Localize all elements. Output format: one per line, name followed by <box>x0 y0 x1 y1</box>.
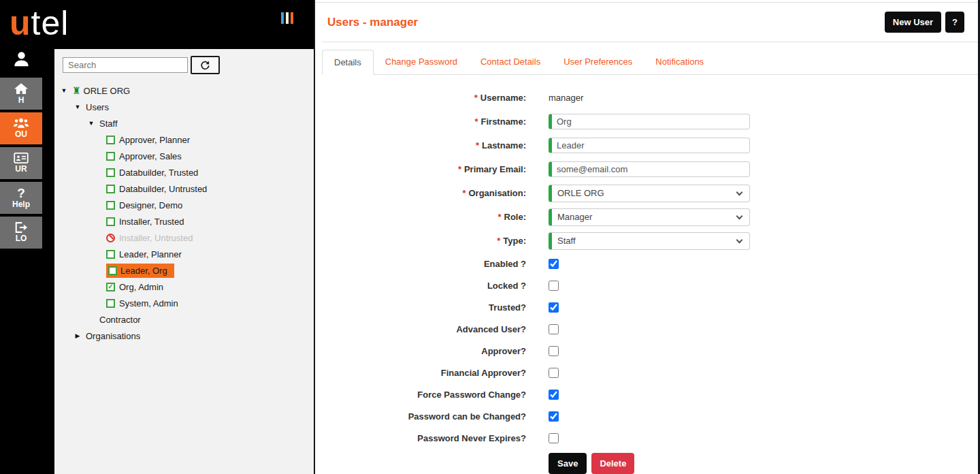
org-tree: ▼ ♜ ORLE ORG ▼ Users ▼ Staff Approver, P… <box>54 82 314 344</box>
rail-item-help[interactable]: ? Help <box>0 182 42 214</box>
profile-person-icon[interactable] <box>12 49 31 69</box>
force-password-change-checkbox[interactable] <box>549 390 559 400</box>
form-row-primary-email: *Primary Email: <box>322 157 978 181</box>
rail-item-label: UR <box>15 164 27 174</box>
expanded-arrow-icon[interactable]: ▼ <box>74 104 82 110</box>
type-select[interactable]: Staff <box>549 232 750 250</box>
rail-item-label: OU <box>15 129 27 139</box>
tree-checkbox-icon[interactable] <box>106 168 115 177</box>
tree-item-user[interactable]: ✓ Org, Admin <box>54 279 314 295</box>
tree-checkbox-icon[interactable] <box>106 250 115 259</box>
field-label: Firstname: <box>481 116 526 127</box>
approver-checkbox[interactable] <box>549 346 559 356</box>
tree-checkbox-checked-icon[interactable]: ✓ <box>106 283 115 291</box>
required-marker: * <box>458 164 461 174</box>
field-label: Primary Email: <box>464 164 526 174</box>
enabled-checkbox[interactable] <box>549 259 559 269</box>
role-select[interactable]: Manager <box>549 208 750 226</box>
tree-item-user-disabled[interactable]: Installer, Untrusted <box>54 230 314 246</box>
primary-email-field[interactable] <box>549 161 750 177</box>
no-entry-icon <box>106 234 115 242</box>
form-row-financial-approver: Financial Approver? <box>322 362 978 383</box>
tree-checkbox-icon[interactable] <box>106 299 115 308</box>
tree-checkbox-icon[interactable] <box>106 185 115 193</box>
tab-notifications[interactable]: Notifications <box>644 50 715 74</box>
tree-item-users[interactable]: ▼ Users <box>54 99 314 115</box>
tree-item-organisations[interactable]: ▶ Organisations <box>54 328 314 344</box>
tree-panel: ▼ ♜ ORLE ORG ▼ Users ▼ Staff Approver, P… <box>54 49 314 474</box>
tree-item-label: Leader, Org <box>120 266 167 276</box>
field-label: Force Password Change? <box>322 390 526 400</box>
tree-item-label: Staff <box>99 118 118 129</box>
field-label: Advanced User? <box>322 324 526 334</box>
lastname-field[interactable] <box>549 138 750 153</box>
password-never-expires-checkbox[interactable] <box>549 433 559 443</box>
tab-details[interactable]: Details <box>322 50 374 75</box>
save-button[interactable]: Save <box>549 453 587 474</box>
toggle-bar-white <box>286 12 289 24</box>
tree-item-user[interactable]: Installer, Trusted <box>54 213 314 230</box>
chevron-down-icon <box>736 212 743 219</box>
tree-item-user[interactable]: System, Admin <box>54 295 314 311</box>
rail-item-logout[interactable]: LO <box>0 217 42 249</box>
tree-item-user[interactable]: Databuilder, Untrusted <box>54 180 314 197</box>
tab-user-preferences[interactable]: User Preferences <box>552 50 644 74</box>
trusted-checkbox[interactable] <box>549 302 559 313</box>
tree-item-user[interactable]: Databuilder, Trusted <box>54 164 314 180</box>
rail-item-org-users[interactable]: OU <box>0 112 42 144</box>
tree-item-label: Databuilder, Untrusted <box>119 184 207 194</box>
tree-checkbox-icon[interactable] <box>106 152 115 161</box>
required-marker: * <box>497 212 501 222</box>
required-marker: * <box>474 93 478 103</box>
firstname-field[interactable] <box>549 114 750 129</box>
panel-toggle-icon[interactable] <box>281 12 293 24</box>
tree-item-label: ORLE ORG <box>84 86 131 96</box>
field-label: Locked ? <box>322 281 526 291</box>
field-label: Trusted? <box>322 302 526 313</box>
locked-checkbox[interactable] <box>549 281 559 291</box>
form-row-force-password-change: Force Password Change? <box>322 383 978 405</box>
form-row-trusted: Trusted? <box>322 296 978 318</box>
tree-checkbox-icon[interactable] <box>106 217 115 226</box>
delete-button[interactable]: Delete <box>591 453 634 474</box>
new-user-button[interactable]: New User <box>885 12 941 33</box>
financial-approver-checkbox[interactable] <box>549 368 559 378</box>
advanced-user-checkbox[interactable] <box>549 324 559 334</box>
tree-item-staff[interactable]: ▼ Staff <box>54 115 314 131</box>
tree-item-user[interactable]: Leader, Planner <box>54 246 314 262</box>
tree-item-user[interactable]: Approver, Planner <box>54 131 314 148</box>
help-button[interactable]: ? <box>945 12 964 33</box>
rail-item-user-roles[interactable]: UR <box>0 147 42 179</box>
tab-contact-details[interactable]: Contact Details <box>469 50 552 74</box>
tree-item-orle-org[interactable]: ▼ ♜ ORLE ORG <box>54 82 314 99</box>
logo-tel: tel <box>31 4 69 42</box>
username-value: manager <box>549 93 583 103</box>
tree-checkbox-icon[interactable] <box>106 201 115 210</box>
required-marker: * <box>497 236 500 246</box>
required-marker: * <box>476 140 479 151</box>
tree-item-user[interactable]: Approver, Sales <box>54 148 314 164</box>
tree-item-label: Approver, Planner <box>119 135 190 145</box>
search-input[interactable] <box>63 57 188 73</box>
refresh-button[interactable] <box>191 56 220 74</box>
tree-item-user-selected[interactable]: Leader, Org <box>54 262 314 279</box>
collapsed-arrow-icon[interactable]: ▶ <box>74 332 82 339</box>
expanded-arrow-icon[interactable]: ▼ <box>60 87 68 94</box>
tree-item-label: Org, Admin <box>119 282 163 292</box>
tab-change-password[interactable]: Change Password <box>374 50 469 74</box>
rail-item-label: LO <box>16 234 27 243</box>
organisation-select[interactable]: ORLE ORG <box>549 185 750 202</box>
user-card-icon <box>14 153 29 163</box>
tree-item-label: Users <box>86 102 109 112</box>
selected-option: Staff <box>557 236 576 246</box>
password-can-be-changed-checkbox[interactable] <box>549 411 559 422</box>
tree-checkbox-icon[interactable] <box>108 266 117 275</box>
form-row-locked: Locked ? <box>322 274 978 296</box>
tree-checkbox-icon[interactable] <box>106 136 115 144</box>
tree-item-contractor[interactable]: Contractor <box>54 311 314 328</box>
rail-item-home[interactable]: H <box>0 78 42 110</box>
tree-item-user[interactable]: Designer, Demo <box>54 197 314 213</box>
form-row-role: *Role: Manager <box>322 205 978 229</box>
tree-item-label: Databuilder, Trusted <box>119 168 198 178</box>
expanded-arrow-icon[interactable]: ▼ <box>87 120 95 127</box>
